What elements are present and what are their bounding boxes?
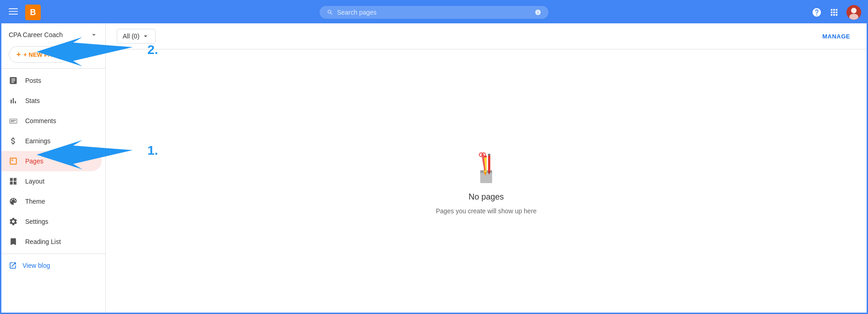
theme-icon [9, 197, 18, 206]
empty-title: No pages [468, 192, 504, 202]
stats-label: Stats [25, 97, 40, 104]
search-icon [327, 9, 333, 16]
no-pages-illustration [470, 150, 502, 187]
sidebar-item-earnings[interactable]: Earnings [1, 131, 102, 151]
svg-rect-16 [488, 154, 490, 156]
svg-rect-7 [11, 121, 14, 122]
topbar-right [812, 5, 861, 20]
posts-icon [9, 76, 18, 85]
menu-icon[interactable] [7, 5, 20, 20]
settings-label: Settings [25, 218, 49, 225]
blogger-logo[interactable]: B [25, 5, 41, 20]
svg-rect-14 [488, 154, 490, 171]
apps-icon[interactable] [829, 7, 839, 17]
search-bar[interactable] [320, 6, 548, 19]
new-page-label: + NEW PAGE [23, 51, 60, 58]
sidebar-item-settings[interactable]: Settings [1, 211, 102, 232]
sidebar-item-view-blog[interactable]: View blog [1, 256, 105, 275]
pages-icon [9, 157, 18, 166]
main-layout: CPA Career Coach + + NEW PAGE Posts Stat… [1, 23, 867, 314]
pages-label: Pages [25, 157, 43, 165]
blog-name: CPA Career Coach [9, 31, 86, 38]
manage-button[interactable]: MANAGE [817, 30, 856, 43]
reading-list-icon [9, 237, 18, 246]
svg-rect-6 [11, 120, 16, 120]
comments-label: Comments [25, 117, 56, 125]
comments-icon [9, 116, 18, 125]
svg-rect-2 [9, 14, 18, 15]
sidebar-divider [1, 68, 105, 69]
info-icon[interactable] [535, 9, 541, 16]
reading-list-label: Reading List [25, 238, 61, 245]
main-content-area: All (0) MANAGE [106, 23, 867, 314]
svg-point-4 [851, 8, 857, 13]
earnings-label: Earnings [25, 137, 50, 145]
search-input[interactable] [337, 9, 527, 16]
sidebar-item-comments[interactable]: Comments [1, 111, 102, 131]
layout-icon [9, 177, 18, 186]
svg-rect-0 [9, 8, 18, 9]
empty-state: No pages Pages you create will show up h… [436, 150, 537, 215]
main-toolbar: All (0) MANAGE [106, 23, 867, 49]
sidebar-item-stats[interactable]: Stats [1, 91, 102, 111]
filter-chevron-icon [141, 32, 150, 40]
filter-dropdown[interactable]: All (0) [117, 29, 156, 43]
avatar[interactable] [846, 5, 861, 20]
earnings-icon [9, 136, 18, 146]
chevron-down-icon [90, 31, 98, 39]
sidebar-item-reading-list[interactable]: Reading List [1, 232, 102, 252]
sidebar-item-pages[interactable]: Pages [1, 151, 102, 171]
sidebar-divider-2 [1, 254, 105, 254]
external-link-icon [9, 261, 17, 270]
sidebar-item-posts[interactable]: Posts [1, 70, 102, 91]
settings-icon [9, 217, 18, 226]
new-page-icon: + [16, 50, 21, 59]
empty-subtitle: Pages you create will show up here [436, 207, 537, 215]
layout-label: Layout [25, 178, 44, 185]
view-blog-label: View blog [22, 262, 50, 269]
new-page-button[interactable]: + + NEW PAGE [9, 46, 68, 63]
theme-label: Theme [25, 198, 45, 205]
help-icon[interactable] [812, 7, 822, 17]
empty-state-container: No pages Pages you create will show up h… [106, 49, 867, 314]
sidebar-item-theme[interactable]: Theme [1, 191, 102, 211]
filter-label: All (0) [123, 32, 140, 40]
svg-rect-8 [11, 159, 13, 161]
blog-selector[interactable]: CPA Career Coach [1, 27, 105, 43]
sidebar: CPA Career Coach + + NEW PAGE Posts Stat… [1, 23, 106, 314]
svg-rect-1 [9, 11, 18, 12]
topbar: B [1, 1, 867, 23]
posts-label: Posts [25, 77, 41, 84]
stats-icon [9, 96, 18, 105]
sidebar-item-layout[interactable]: Layout [1, 171, 102, 191]
